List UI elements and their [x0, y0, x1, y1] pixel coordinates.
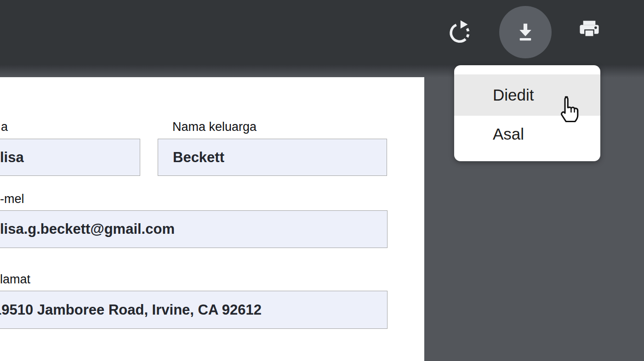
download-icon	[513, 19, 538, 46]
menu-item-diedit[interactable]: Diedit	[454, 74, 600, 116]
email-label: -mel	[0, 192, 24, 206]
menu-item-asal-label: Asal	[493, 125, 524, 143]
address-label: lamat	[0, 272, 30, 286]
last-name-input[interactable]	[158, 139, 387, 176]
email-input[interactable]	[0, 210, 388, 248]
rotate-icon	[446, 18, 473, 46]
first-name-label: a	[1, 120, 8, 134]
address-input[interactable]	[0, 291, 388, 329]
last-name-label: Nama keluarga	[172, 120, 256, 134]
download-button[interactable]	[499, 6, 552, 58]
print-button[interactable]	[574, 16, 604, 46]
menu-item-asal[interactable]: Asal	[454, 116, 600, 152]
print-icon	[576, 17, 603, 45]
rotate-button[interactable]	[445, 17, 475, 47]
first-name-input[interactable]	[0, 139, 140, 176]
download-dropdown-menu: Diedit Asal	[454, 65, 600, 161]
menu-item-diedit-label: Diedit	[493, 86, 534, 104]
